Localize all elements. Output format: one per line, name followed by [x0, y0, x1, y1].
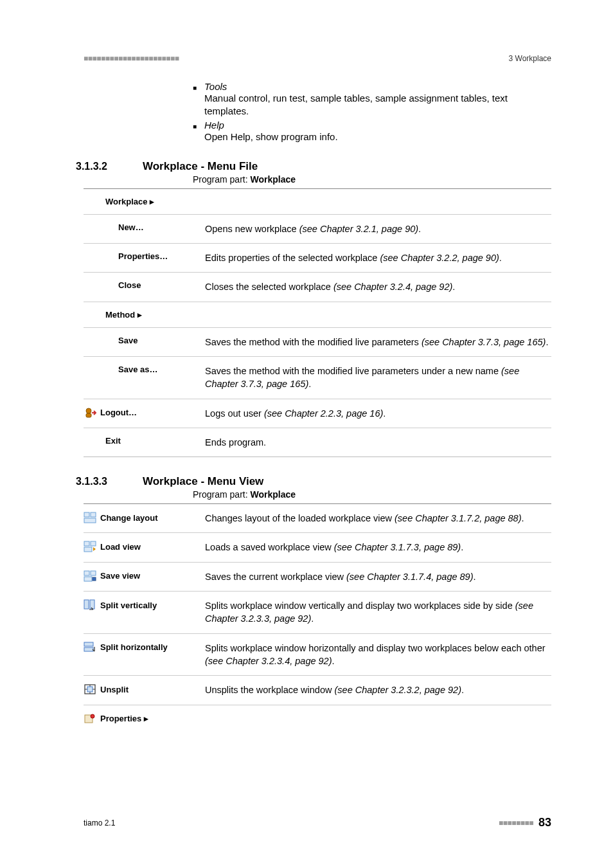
svg-rect-13 [90, 600, 94, 609]
row-label: Save view [84, 563, 202, 590]
table-row: Workplace ▸ [84, 189, 551, 215]
row-label: Save as… [84, 357, 202, 382]
svg-point-21 [91, 714, 94, 718]
svg-rect-8 [84, 571, 89, 575]
svg-rect-1 [86, 413, 91, 417]
section-number: 3.1.3.2 [76, 161, 143, 172]
footer-deco: ■■■■■■■■ [499, 818, 533, 827]
section-heading: 3.1.3.2 Workplace - Menu File [76, 160, 551, 173]
row-label: Logout… [84, 399, 202, 426]
row-desc: Opens new workplace (see Chapter 3.2.1, … [202, 215, 551, 243]
row-desc: Saves the method with the modified live … [202, 328, 551, 356]
table-row: New… Opens new workplace (see Chapter 3.… [84, 215, 551, 244]
row-desc: Saves the current workplace view (see Ch… [202, 563, 551, 591]
row-desc [202, 705, 551, 721]
svg-rect-4 [84, 518, 96, 523]
row-desc: Logs out user (see Chapter 2.2.3, page 1… [202, 399, 551, 428]
svg-point-0 [86, 408, 91, 413]
program-part-value: Workplace [250, 489, 296, 500]
program-part: Program part: Workplace [193, 174, 551, 185]
row-label: Save [84, 328, 202, 353]
table-row: Properties… Edits properties of the sele… [84, 244, 551, 273]
section-title: Workplace - Menu File [143, 160, 258, 173]
row-desc: Unsplits the workplace window (see Chapt… [202, 676, 551, 704]
program-part-label: Program part: [193, 489, 250, 500]
split-horizontally-icon [84, 642, 96, 653]
table-row: Logout… Logs out user (see Chapter 2.2.3… [84, 399, 551, 428]
unsplit-icon [84, 683, 96, 695]
split-vertically-icon [84, 599, 96, 611]
svg-rect-7 [84, 547, 92, 552]
row-label: Change layout [84, 504, 202, 531]
intro-item-title: Tools [204, 81, 551, 92]
row-desc: Splits workplace window horizontally and… [202, 634, 551, 676]
row-desc: Closes the selected workplace (see Chapt… [202, 273, 551, 301]
table-row: Properties ▸ [84, 705, 551, 732]
svg-rect-9 [91, 571, 96, 575]
table-row: Split vertically Splits workplace window… [84, 592, 551, 634]
bullet-icon: ■ [193, 120, 204, 143]
svg-rect-10 [84, 577, 92, 581]
save-view-icon [84, 570, 96, 582]
row-desc: Splits workplace window vertically and d… [202, 592, 551, 633]
svg-rect-14 [84, 642, 93, 646]
change-layout-icon [84, 512, 96, 523]
row-desc [202, 189, 551, 204]
table-row: Unsplit Unsplits the workplace window (s… [84, 676, 551, 705]
page-footer: tiamo 2.1 ■■■■■■■■ 83 [84, 816, 551, 829]
svg-rect-19 [87, 687, 93, 692]
intro-bullets: ■ Tools Manual control, run test, sample… [193, 81, 551, 143]
row-desc: Changes layout of the loaded workplace v… [202, 504, 551, 532]
section-title: Workplace - Menu View [143, 475, 263, 488]
load-view-icon [84, 541, 96, 552]
table-row: Change layout Changes layout of the load… [84, 504, 551, 533]
row-label: New… [84, 215, 202, 240]
table-row: Split horizontally Splits workplace wind… [84, 634, 551, 676]
svg-rect-5 [84, 541, 89, 546]
menu-view-table: Change layout Changes layout of the load… [84, 503, 551, 732]
intro-item-desc: Manual control, run test, sample tables,… [204, 92, 551, 118]
page-number: 83 [538, 816, 551, 829]
intro-item-title: Help [204, 120, 551, 131]
table-row: Load view Loads a saved workplace view (… [84, 533, 551, 562]
logout-icon [84, 407, 96, 419]
section-number: 3.1.3.3 [76, 476, 143, 487]
program-part: Program part: Workplace [193, 489, 551, 500]
svg-rect-2 [84, 512, 89, 517]
table-row: Save as… Saves the method with the modif… [84, 357, 551, 399]
row-label: Properties… [84, 244, 202, 269]
table-row: Exit Ends program. [84, 428, 551, 457]
table-row: Method ▸ [84, 302, 551, 328]
row-label: Split horizontally [84, 634, 202, 661]
row-label: Load view [84, 533, 202, 560]
intro-item-desc: Open Help, show program info. [204, 131, 551, 143]
menu-file-table: Workplace ▸ New… Opens new workplace (se… [84, 188, 551, 457]
header-deco: ■■■■■■■■■■■■■■■■■■■■■■ [84, 54, 179, 63]
row-desc: Loads a saved workplace view (see Chapte… [202, 533, 551, 561]
table-row: Close Closes the selected workplace (see… [84, 273, 551, 302]
properties-icon [84, 713, 96, 725]
program-part-value: Workplace [250, 174, 296, 185]
program-part-label: Program part: [193, 174, 250, 185]
page-header: ■■■■■■■■■■■■■■■■■■■■■■ 3 Workplace [84, 54, 551, 63]
row-desc: Saves the method with the modified live … [202, 357, 551, 399]
row-label: Method ▸ [84, 302, 202, 327]
table-row: Save view Saves the current workplace vi… [84, 563, 551, 592]
svg-rect-15 [84, 647, 93, 651]
row-label: Properties ▸ [84, 705, 202, 732]
table-row: Save Saves the method with the modified … [84, 328, 551, 357]
row-label: Close [84, 273, 202, 298]
row-label: Unsplit [84, 676, 202, 703]
row-label: Split vertically [84, 592, 202, 619]
bullet-icon: ■ [193, 81, 204, 118]
svg-rect-3 [91, 512, 96, 517]
row-desc [202, 302, 551, 318]
row-label: Exit [84, 428, 202, 453]
row-label: Workplace ▸ [84, 189, 202, 214]
svg-rect-11 [93, 577, 96, 581]
section-heading: 3.1.3.3 Workplace - Menu View [76, 475, 551, 488]
footer-product: tiamo 2.1 [84, 818, 115, 827]
svg-rect-12 [84, 600, 89, 609]
row-desc: Ends program. [202, 428, 551, 457]
header-section: 3 Workplace [509, 54, 551, 63]
